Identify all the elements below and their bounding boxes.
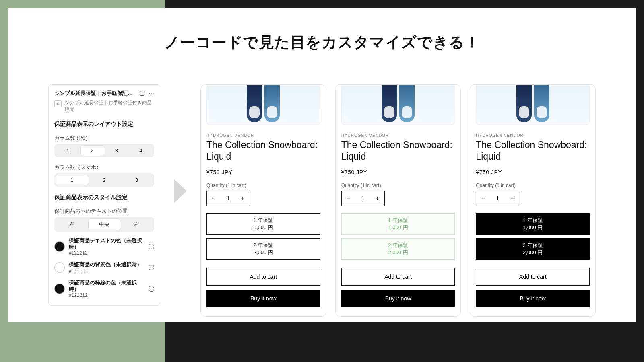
columns-pc-option-2[interactable]: 2 [80,145,105,156]
product-vendor: HYDROGEN VENDOR [206,133,320,138]
more-icon[interactable]: ··· [149,90,154,97]
product-vendor: HYDROGEN VENDOR [476,133,590,138]
warranty-option-1[interactable]: 1 年保証 1,000 円 [341,213,455,235]
qty-increase-button[interactable]: + [371,191,384,206]
product-title: The Collection Snowboard: Liquid [341,139,455,162]
color-bg-name: 保証商品の背景色（未選択時） [69,261,144,268]
product-title: The Collection Snowboard: Liquid [206,139,320,162]
columns-pc-label: カラム数 (PC) [54,134,154,142]
database-icon [149,286,154,292]
warranty-2-price: 2,000 円 [342,249,455,256]
buy-now-button[interactable]: Buy it now [341,290,455,307]
warranty-2-label: 2 年保証 [207,242,320,249]
columns-pc-option-1[interactable]: 1 [56,145,80,156]
quantity-stepper[interactable]: − 1 + [206,191,250,206]
buy-now-button[interactable]: Buy it now [206,290,320,307]
product-vendor: HYDROGEN VENDOR [341,133,455,138]
add-to-cart-button[interactable]: Add to cart [476,268,590,286]
swatch-text-color [54,241,65,252]
qty-value: 1 [221,195,236,202]
arrow-right-icon [174,179,187,203]
database-icon [149,244,154,249]
color-text-name: 保証商品テキストの色（未選択時） [69,237,144,251]
product-card: HYDROGEN VENDOR The Collection Snowboard… [335,84,461,317]
product-price: ¥750 JPY [476,169,590,175]
text-pos-segment: 左 中央 右 [54,217,154,232]
columns-sp-option-1[interactable]: 1 [56,175,88,185]
quantity-label: Quantity (1 in cart) [341,183,455,188]
text-pos-left[interactable]: 左 [56,218,88,230]
qty-decrease-button[interactable]: − [476,191,490,206]
color-row-border[interactable]: 保証商品の枠線の色（未選択時） #121212 [54,280,154,298]
warranty-1-price: 1,000 円 [476,224,589,231]
product-previews: HYDROGEN VENDOR The Collection Snowboard… [200,84,596,317]
qty-value: 1 [355,195,371,202]
product-image [206,85,320,125]
color-text-hex: #121212 [69,250,144,256]
warranty-1-price: 1,000 円 [342,224,455,231]
section-layout-title: 保証商品表示のレイアウト設定 [54,121,154,128]
settings-header: シンプル延長保証｜お手軽保証… [54,90,136,97]
color-row-text[interactable]: 保証商品テキストの色（未選択時） #121212 [54,237,154,256]
section-style-title: 保証商品表示のスタイル設定 [54,194,154,201]
warranty-option-1[interactable]: 1 年保証 1,000 円 [206,213,320,235]
swatch-border-color [54,284,65,294]
block-icon: ⊞ [54,100,62,107]
warranty-option-2[interactable]: 2 年保証 2,000 円 [206,238,320,260]
columns-sp-label: カラム数（スマホ） [54,164,154,171]
product-image [341,85,455,125]
columns-sp-segment: 1 2 3 [54,173,154,187]
warranty-1-label: 1 年保証 [342,217,455,224]
columns-sp-option-3[interactable]: 3 [120,175,153,185]
quantity-stepper[interactable]: − 1 + [476,191,519,206]
text-pos-center[interactable]: 中央 [88,218,121,230]
page-title: ノーコードで見た目をカスタマイズできる！ [8,32,636,53]
product-card: HYDROGEN VENDOR The Collection Snowboard… [470,84,596,317]
add-to-cart-button[interactable]: Add to cart [341,268,455,286]
warranty-option-2[interactable]: 2 年保証 2,000 円 [476,238,590,260]
buy-now-button[interactable]: Buy it now [476,290,590,307]
database-icon [149,265,154,270]
warranty-option-1[interactable]: 1 年保証 1,000 円 [476,213,590,235]
qty-value: 1 [490,195,505,202]
qty-increase-button[interactable]: + [236,191,250,206]
warranty-2-price: 2,000 円 [207,249,320,256]
warranty-2-label: 2 年保証 [342,242,455,249]
product-price: ¥750 JPY [206,169,320,175]
warranty-1-label: 1 年保証 [207,217,320,224]
settings-subheader: シンプル延長保証｜お手軽保証付き商品販売 [65,99,154,113]
columns-pc-option-3[interactable]: 3 [104,145,129,156]
qty-increase-button[interactable]: + [505,191,519,206]
color-bg-hex: #FFFFFF [69,268,144,274]
warranty-1-price: 1,000 円 [207,224,320,231]
color-border-name: 保証商品の枠線の色（未選択時） [69,280,144,293]
text-pos-right[interactable]: 右 [120,218,153,230]
product-image [476,85,590,125]
columns-sp-option-2[interactable]: 2 [88,175,121,185]
warranty-option-2[interactable]: 2 年保証 2,000 円 [341,238,455,260]
product-card: HYDROGEN VENDOR The Collection Snowboard… [200,84,326,317]
add-to-cart-button[interactable]: Add to cart [206,268,320,286]
color-row-bg[interactable]: 保証商品の背景色（未選択時） #FFFFFF [54,261,154,274]
warranty-2-price: 2,000 円 [476,249,589,256]
database-icon[interactable] [139,91,145,96]
color-border-hex: #121212 [69,292,144,298]
quantity-label: Quantity (1 in cart) [476,183,590,188]
quantity-label: Quantity (1 in cart) [206,183,320,188]
text-pos-label: 保証商品表示のテキストの位置 [54,208,154,215]
product-title: The Collection Snowboard: Liquid [476,139,590,162]
qty-decrease-button[interactable]: − [207,191,221,206]
swatch-bg-color [54,262,65,273]
product-price: ¥750 JPY [341,169,455,175]
warranty-2-label: 2 年保証 [476,242,589,249]
settings-panel: シンプル延長保証｜お手軽保証… ··· ⊞ シンプル延長保証｜お手軽保証付き商品… [48,84,160,306]
quantity-stepper[interactable]: − 1 + [341,191,385,206]
columns-pc-segment: 1 2 3 4 [54,144,154,157]
qty-decrease-button[interactable]: − [342,191,355,206]
columns-pc-option-4[interactable]: 4 [129,145,153,156]
warranty-1-label: 1 年保証 [476,217,589,224]
